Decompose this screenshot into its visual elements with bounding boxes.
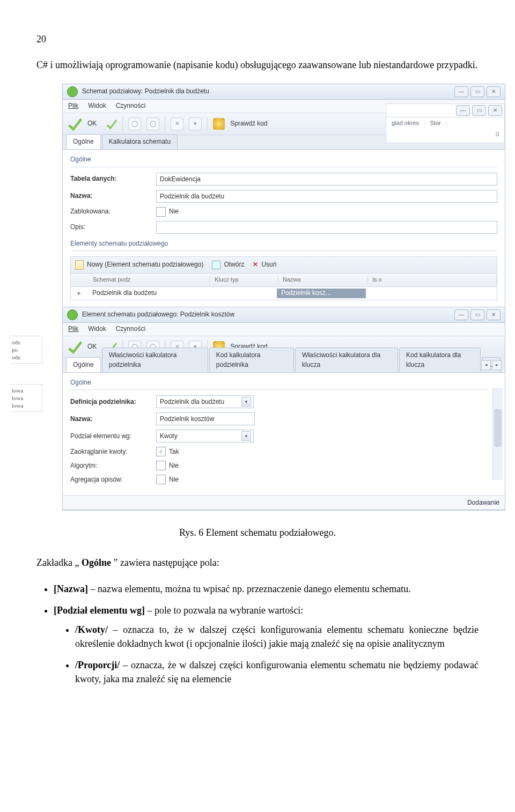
chk-zaokr-txt: Tak [169, 447, 179, 456]
chk-alg-txt: Nie [169, 461, 179, 470]
open-icon [212, 261, 220, 269]
lbl-opis: Opis: [70, 223, 156, 232]
lbl-zaokr: Zaokrąglanie kwoty: [70, 447, 156, 456]
win2-menu: Plik Widok Czynności [63, 323, 505, 336]
bg-zero: 0 [386, 129, 504, 140]
grid-delete[interactable]: ✕Usuń [253, 260, 276, 269]
verify-icon[interactable] [213, 118, 225, 130]
ok-label[interactable]: OK [87, 119, 97, 128]
tabscroll-left[interactable]: ◂ [481, 360, 491, 370]
grid-open[interactable]: Otwórz [212, 260, 244, 269]
ok2-label[interactable]: OK [87, 342, 97, 351]
bg-min-btn[interactable]: — [456, 105, 470, 116]
menu2-plik[interactable]: Plik [68, 324, 78, 334]
lbl-nazwa2: Nazwa: [70, 415, 156, 424]
tool-btn-2[interactable]: ◯ [146, 117, 159, 130]
win2: Element schematu podziałowego: Podzielni… [62, 307, 505, 510]
bg-col-2: Star [425, 119, 447, 128]
bg-max-btn[interactable]: ▭ [472, 105, 486, 116]
menu2-czynnosci[interactable]: Czynności [116, 324, 145, 334]
win1-title: Schemat podziałowy: Podzielnik dla budże… [82, 87, 209, 96]
win2-title: Element schematu podziałowego: Podzielni… [82, 310, 234, 319]
delete-icon: ✕ [253, 260, 258, 269]
win1-min[interactable]: — [454, 86, 468, 97]
sub-proporcji: /Proporcji/ – oznacza, że w dalszej częś… [75, 658, 479, 686]
app-icon [67, 86, 78, 97]
figure-caption: Rys. 6 Element schematu podziałowego. [36, 526, 479, 540]
left-fragment-2: lowa lowa lowa [11, 384, 42, 412]
gh-2[interactable]: Klucz typ [210, 276, 278, 284]
tab2-2[interactable]: Kod kalkulatora podzielnika [209, 348, 294, 372]
tab2-1[interactable]: Właściwości kalkulatora podzielnika [102, 348, 208, 372]
win1-close[interactable]: ✕ [487, 86, 501, 97]
inp-nazwa2[interactable]: Podzielnik kosztów [156, 412, 255, 425]
grid-row-1[interactable]: ▸ Podzielnik dla budżetu Podzielnik kosz… [71, 287, 497, 300]
lbl-podzial: Podział elementu wg: [70, 432, 156, 441]
win2-body: Ogólne Definicja podzielnika:Podzielnik … [63, 373, 505, 495]
lbl-nazwa: Nazwa: [70, 191, 156, 201]
background-window-fragment: — ▭ ✕ glad okres Star 0 [386, 104, 505, 143]
intro-paragraph: C# i umożliwiają oprogramowanie (napisan… [36, 58, 479, 72]
app-icon-2 [67, 309, 78, 320]
section2-ogolne: Ogólne [70, 378, 489, 390]
win1-max[interactable]: ▭ [470, 86, 484, 97]
bullet-list: [Nazwa] – nazwa elementu, można tu wpisa… [54, 582, 479, 686]
inp-nazwa[interactable]: Podzielnik dla budżetu [156, 190, 497, 203]
chk-zablokowana[interactable] [156, 207, 166, 217]
win2-footer: Dodawanie [63, 495, 505, 510]
sub-kwoty: /Kwoty/ – oznacza to, że w dalszej częśc… [75, 623, 479, 651]
bullet-nazwa: [Nazwa] – nazwa elementu, można tu wpisa… [54, 582, 479, 596]
tool-btn-1[interactable]: ◯ [128, 117, 141, 130]
win2-min[interactable]: — [454, 309, 468, 320]
grid-new[interactable]: Nowy (Element schematu podziałowego) [75, 260, 203, 270]
bg-close-btn[interactable]: ✕ [488, 105, 502, 116]
chk-zablokowana-txt: Nie [169, 207, 179, 216]
ok-big-icon[interactable] [68, 117, 82, 131]
chevron-down-icon-2: ▼ [241, 431, 251, 441]
tab-ogolne[interactable]: Ogólne [66, 134, 101, 149]
chk-zaokr[interactable]: ✓ [156, 447, 166, 456]
tab2-3[interactable]: Właściwości kalkulatora dla klucza [295, 348, 398, 372]
win1-body: Ogólne Tabela danych:DokEwidencja Nazwa:… [63, 150, 505, 307]
lbl-def: Definicja podzielnika: [70, 397, 156, 407]
inp-opis[interactable] [156, 221, 497, 234]
win2-scrollbar[interactable] [492, 388, 503, 480]
grid-elementy: Nowy (Element schematu podziałowego) Otw… [70, 256, 497, 300]
menu-widok[interactable]: Widok [88, 101, 106, 110]
tabscroll-right[interactable]: ▸ [492, 360, 502, 370]
gh-3[interactable]: Nazwa [278, 276, 368, 284]
inp-tabela[interactable]: DokEwidencja [156, 173, 497, 186]
menu2-widok[interactable]: Widok [88, 324, 106, 334]
menu-plik[interactable]: Plik [68, 101, 78, 110]
win1-titlebar: Schemat podziałowy: Podzielnik dla budże… [63, 84, 505, 100]
chk-alg[interactable] [156, 461, 166, 470]
tab2-4[interactable]: Kod kalkulatora dla klucza [399, 348, 481, 372]
win2-titlebar: Element schematu podziałowego: Podzielni… [63, 307, 505, 323]
win2-close[interactable]: ✕ [487, 309, 501, 320]
section-elementy: Elementy schematu podziałowego [70, 239, 497, 251]
menu-czynnosci[interactable]: Czynności [116, 101, 145, 110]
chevron-down-icon: ▼ [241, 397, 251, 407]
tool-btn-3[interactable]: ✕ [171, 117, 183, 130]
gh-1[interactable]: Schemat podz [89, 276, 210, 284]
lbl-alg: Algorytm: [70, 461, 156, 470]
verify-label[interactable]: Sprawdź kod [230, 119, 267, 128]
bg-col-1: glad okres [386, 119, 425, 128]
ok2-big-icon[interactable] [68, 340, 82, 354]
chk-agr[interactable] [156, 475, 166, 484]
ok-small-icon[interactable] [106, 119, 117, 129]
tab2-ogolne[interactable]: Ogólne [66, 357, 101, 372]
gr1-c3: Podzielnik kosz... [277, 289, 366, 298]
dd-def[interactable]: Podzielnik dla budżetu▼ [156, 395, 254, 408]
win2-max[interactable]: ▭ [470, 309, 484, 320]
dd-podzial[interactable]: Kwoty▼ [156, 430, 254, 442]
page-number: 20 [36, 32, 479, 46]
gr1-c1: Podzielnik dla budżetu [88, 289, 209, 298]
gh-4[interactable]: Is o [368, 276, 497, 284]
section-ogolne: Ogólne [70, 155, 497, 167]
zakladka-intro: Zakładka „ Ogólne ” zawiera następujące … [36, 556, 479, 570]
tab-kalkulatora[interactable]: Kalkulatora schematu [102, 134, 178, 149]
footer-text: Dodawanie [467, 498, 499, 507]
lbl-zablokowana: Zablokowana: [70, 207, 156, 216]
tool-btn-4[interactable]: ▾ [189, 117, 202, 130]
